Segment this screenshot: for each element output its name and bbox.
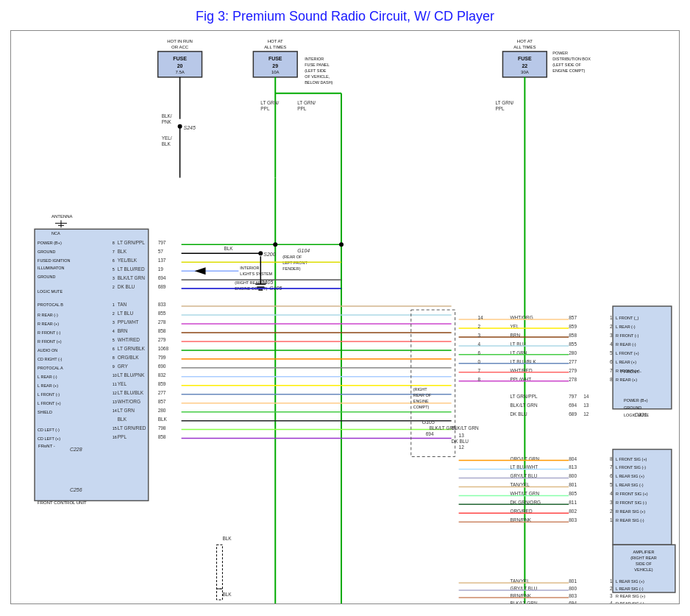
wn-798: 798 bbox=[158, 425, 166, 431]
fc-l-rear-pos: L REAR (+) bbox=[38, 383, 58, 388]
c332-rrearsig-pos: R REAR SIG (+) bbox=[616, 509, 645, 514]
amp-label: AMPLIFIER bbox=[633, 550, 655, 554]
wire-ltgrn-ppl-label2: PPL bbox=[260, 106, 270, 111]
wlabel-blk-57: BLK bbox=[224, 246, 233, 251]
amp-pin4: 4 bbox=[610, 601, 613, 603]
c331-pin2: 2 bbox=[610, 324, 613, 329]
c332-lfrontsig-neg: L FRONT SIG (-) bbox=[616, 465, 646, 470]
g105-bottom: G105 bbox=[422, 419, 435, 425]
wn-19: 19 bbox=[158, 266, 164, 272]
blk-vert-label: BLK bbox=[222, 536, 232, 541]
fc-protocal-b: PROTOCAL B bbox=[38, 302, 63, 307]
wire-blk-pnk2: PNK bbox=[162, 119, 172, 124]
fc-cd-right-neg: CD RIGHT (-) bbox=[38, 357, 62, 361]
interior-fuse-label4: OF VEHICLE, bbox=[305, 74, 330, 79]
fuse2-label: FUSE bbox=[268, 56, 282, 61]
wn-280b: 280 bbox=[569, 350, 577, 355]
fc-ground2: GROUND bbox=[38, 275, 55, 279]
c331-r-rear-neg: R REAR (-) bbox=[616, 342, 636, 347]
right-rear-eng3: ENGINE bbox=[413, 399, 429, 403]
wn-811: 811 bbox=[569, 500, 577, 505]
wc-ppl-wht: PPL/WHT bbox=[118, 319, 139, 325]
amp-rrearsig-neg: R REAR SIG (-) bbox=[616, 601, 644, 603]
pin15: 15 bbox=[113, 426, 117, 431]
g104-label: G104 bbox=[297, 248, 310, 253]
wc-ltgrnppl-r: LT GRN/PPL bbox=[510, 394, 538, 399]
wc-ltblu-blk: LT BLU/BLK bbox=[118, 390, 144, 395]
wn-689b: 12 bbox=[459, 445, 465, 450]
c332-lrearsig-pos: L REAR SIG (+) bbox=[616, 474, 644, 478]
fuse1-label: FUSE bbox=[173, 56, 187, 61]
c331-pin1: 1 bbox=[610, 315, 613, 320]
interior-fuse-label: INTERIOR bbox=[305, 57, 324, 61]
fuse1-val: 7.5A bbox=[175, 70, 184, 74]
c331-left-5: 6 bbox=[478, 350, 481, 355]
c331-pin6: 6 bbox=[610, 359, 613, 364]
c332-rfrontsig-neg: R FRONT SIG (-) bbox=[616, 500, 647, 505]
front-neg-label: FRoNT - bbox=[38, 444, 55, 448]
wc-ltblu: LT BLU bbox=[118, 311, 134, 316]
amp-lrearsig-pos: L REAR SIG (+) bbox=[616, 579, 644, 584]
amp-lrearsig-neg: L REAR SIG (-) bbox=[616, 587, 644, 591]
wn-279: 279 bbox=[158, 337, 166, 342]
pin1: 1 bbox=[113, 302, 115, 307]
wc-gry: GRY bbox=[118, 364, 129, 369]
wc-dkblu-r: DK BLU bbox=[510, 411, 527, 417]
fc-shield: SHIELD bbox=[38, 410, 52, 414]
fc-audio-on: AUDIO ON bbox=[38, 348, 57, 353]
c332-lrearsig-neg: L REAR SIG (-) bbox=[616, 483, 644, 487]
wn-855: 855 bbox=[158, 311, 166, 316]
wc-blk2: BLK bbox=[118, 417, 127, 422]
wc-ltgrn-blk: LT GRN/BLK bbox=[118, 346, 146, 351]
c332-pin7: 7 bbox=[610, 464, 613, 470]
wire-yel-blk: YEL/ bbox=[162, 135, 172, 141]
wn-278b: 278 bbox=[569, 377, 577, 382]
wn-277: 277 bbox=[158, 390, 166, 395]
power-dist-label: POWER bbox=[552, 51, 568, 55]
c332-rrearsig-neg: R REAR SIG (-) bbox=[616, 518, 644, 523]
fc-fused-ign: FUSED IGNITION bbox=[38, 258, 70, 263]
wiring-diagram: HOT IN RUN OR ACC FUSE 20 7.5A HOT AT AL… bbox=[10, 30, 680, 604]
c331-pin12: 12 bbox=[583, 411, 589, 417]
wc-tan: TAN bbox=[118, 302, 127, 307]
right-ground: GROUND bbox=[624, 406, 641, 410]
c331-left-8: 8 bbox=[478, 377, 481, 382]
wc-blk: BLK bbox=[118, 249, 127, 254]
fuse1-num: 20 bbox=[177, 63, 183, 68]
wn-859: 859 bbox=[158, 381, 166, 386]
wire-ltgrn-ppl-r2: PPL bbox=[297, 106, 307, 111]
c331-left-7: 7 bbox=[478, 368, 481, 373]
right-rear-eng: (RIGHT bbox=[413, 387, 427, 392]
wc-org-blk: ORG/BLK bbox=[118, 355, 139, 360]
wn-694b: 694 bbox=[426, 431, 434, 436]
wn-797-r: 797 bbox=[569, 394, 577, 399]
pin6: 6 bbox=[113, 258, 115, 263]
c331-pin5: 5 bbox=[610, 350, 613, 355]
wn-813: 813 bbox=[569, 464, 577, 470]
fuse3-num: 22 bbox=[522, 63, 527, 68]
c332-pin5: 5 bbox=[610, 482, 613, 487]
wc-ltgrn-ppl: LT GRN/PPL bbox=[118, 240, 146, 245]
c331-left-4: 4 bbox=[478, 341, 481, 347]
fc-ground: GROUND bbox=[38, 249, 55, 254]
pin14: 14 bbox=[113, 408, 117, 413]
fc-logic-mute: LOGIC MUTE bbox=[38, 289, 63, 294]
wn-859b: 859 bbox=[569, 324, 577, 329]
s200-label: S200 bbox=[263, 252, 275, 257]
pin4b: 4 bbox=[113, 329, 115, 333]
wn-689: 689 bbox=[158, 284, 166, 289]
interior-lights: INTERIOR bbox=[240, 266, 259, 270]
s245-label: S245 bbox=[184, 125, 196, 130]
wc-ltgrn-red: LT GRN/RED bbox=[118, 425, 146, 431]
interior-fuse-label3: (LEFT SIDE bbox=[305, 68, 327, 73]
hot-run-acc-label: HOT IN RUN bbox=[167, 39, 193, 43]
wc-dkblu: DK BLU bbox=[118, 284, 135, 289]
pin3b: 3 bbox=[113, 320, 115, 325]
hot-all-times-label1: HOT AT bbox=[268, 39, 283, 43]
interior-fuse-label2: FUSE PANEL bbox=[305, 63, 330, 67]
c332-pin1: 1 bbox=[610, 517, 613, 523]
wn-280: 280 bbox=[158, 408, 166, 413]
c331-r-front-neg: R FRONT (-) bbox=[616, 333, 639, 338]
antenna-label: ANTENNA bbox=[51, 214, 73, 219]
c331-left-2: 2 bbox=[478, 324, 481, 329]
